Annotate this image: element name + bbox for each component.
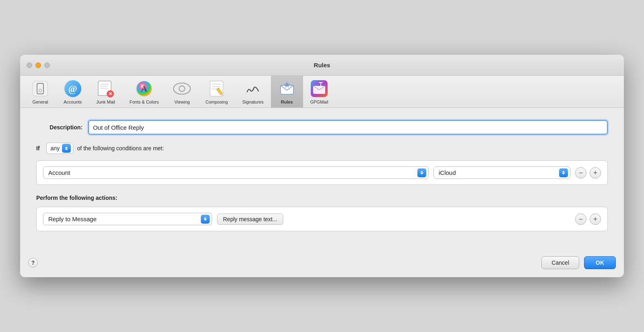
toolbar-item-fonts-colors[interactable]: A Fonts & Colors	[122, 76, 166, 108]
action-type-wrapper: Reply to Message Move Message Copy Messa…	[43, 213, 212, 225]
toolbar-label-signatures: Signatures	[242, 100, 264, 104]
window: Rules General @ Accounts	[20, 55, 624, 277]
fonts-colors-icon: A	[135, 80, 153, 98]
traffic-lights	[27, 62, 50, 68]
toolbar-label-junk-mail: Junk Mail	[96, 100, 115, 104]
maximize-button[interactable]	[44, 62, 50, 68]
dialog-buttons: Cancel OK	[541, 256, 616, 269]
add-condition-button[interactable]: +	[590, 167, 601, 178]
composing-icon	[208, 80, 225, 98]
remove-action-button[interactable]: −	[575, 214, 586, 225]
action-controls: − +	[575, 214, 601, 225]
help-button[interactable]: ?	[28, 258, 38, 268]
action-box: Reply to Message Move Message Copy Messa…	[36, 207, 608, 231]
remove-condition-button[interactable]: −	[575, 167, 586, 178]
gpgmail-icon	[310, 80, 328, 98]
description-input[interactable]	[88, 120, 608, 135]
description-row: Description:	[36, 120, 608, 135]
any-select[interactable]: any all	[46, 143, 73, 154]
close-button[interactable]	[27, 62, 32, 68]
svg-point-4	[176, 83, 188, 94]
condition-row: If any all of the following conditions a…	[36, 143, 608, 154]
svg-text:A: A	[141, 83, 147, 93]
toolbar-label-composing: Composing	[205, 100, 228, 104]
toolbar-item-composing[interactable]: Composing	[198, 76, 235, 108]
ok-button[interactable]: OK	[584, 256, 616, 269]
toolbar-label-accounts: Accounts	[64, 100, 82, 104]
svg-point-3	[179, 86, 185, 91]
toolbar-label-viewing: Viewing	[174, 100, 190, 104]
toolbar-label-fonts-colors: Fonts & Colors	[130, 100, 159, 104]
toolbar-item-accounts[interactable]: @ Accounts	[56, 76, 89, 108]
add-action-button[interactable]: +	[590, 214, 601, 225]
actions-label: Perform the following actions:	[36, 195, 608, 201]
viewing-icon	[173, 80, 191, 98]
condition-type-wrapper: Account From To Subject	[43, 166, 429, 179]
reply-message-text-button[interactable]: Reply message text...	[217, 214, 283, 225]
signatures-icon	[244, 80, 262, 98]
toolbar-label-rules: Rules	[281, 100, 293, 104]
accounts-icon: @	[64, 80, 82, 98]
title-bar: Rules	[20, 55, 624, 76]
junk-mail-icon: ✕	[97, 80, 114, 98]
action-type-select[interactable]: Reply to Message Move Message Copy Messa…	[43, 213, 212, 225]
if-label: If	[36, 145, 40, 151]
condition-text: of the following conditions are met:	[77, 145, 164, 151]
bottom-bar: ? Cancel OK	[20, 250, 624, 277]
toolbar-label-general: General	[32, 100, 48, 104]
toolbar-item-junk-mail[interactable]: ✕ Junk Mail	[89, 76, 122, 108]
condition-value-select[interactable]: iCloud Gmail Exchange	[433, 166, 570, 179]
toolbar-item-signatures[interactable]: Signatures	[235, 76, 271, 108]
general-icon	[31, 80, 49, 98]
description-label: Description:	[36, 124, 83, 131]
rules-icon	[278, 80, 296, 98]
condition-type-select[interactable]: Account From To Subject	[43, 166, 429, 179]
condition-controls: − +	[575, 167, 601, 178]
toolbar-item-general[interactable]: General	[24, 76, 56, 108]
toolbar-item-gpgmail[interactable]: GPGMail	[303, 76, 336, 108]
toolbar: General @ Accounts ✕	[20, 76, 624, 108]
toolbar-label-gpgmail: GPGMail	[310, 100, 328, 104]
cancel-button[interactable]: Cancel	[541, 256, 579, 269]
content-area: Description: If any all of the following…	[20, 108, 624, 250]
minimize-button[interactable]	[35, 62, 41, 68]
any-select-wrapper: any all	[46, 143, 73, 154]
condition-value-wrapper: iCloud Gmail Exchange	[433, 166, 570, 179]
condition-box: Account From To Subject iCloud Gmail Exc…	[36, 160, 608, 185]
window-title: Rules	[314, 62, 330, 68]
toolbar-item-rules[interactable]: Rules	[271, 76, 303, 108]
toolbar-item-viewing[interactable]: Viewing	[166, 76, 198, 108]
svg-point-2	[173, 83, 190, 94]
